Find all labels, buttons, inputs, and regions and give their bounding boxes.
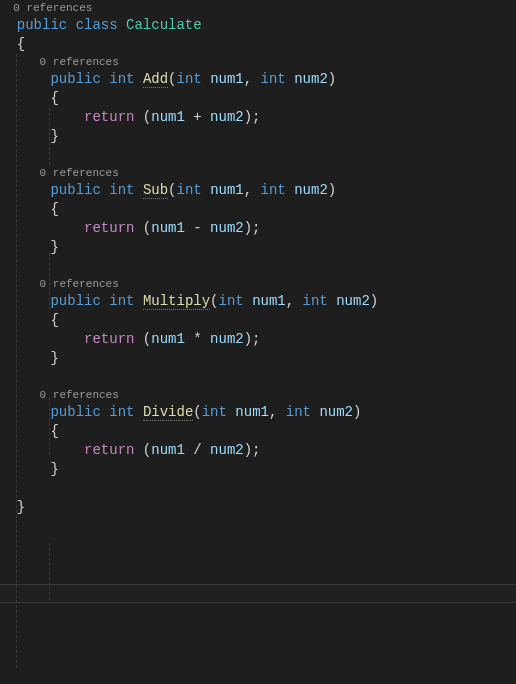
operator: / (193, 442, 201, 458)
operator: + (193, 109, 201, 125)
blank-line[interactable] (0, 257, 516, 276)
method-sub-open[interactable]: { (0, 200, 516, 219)
method-divide-return[interactable]: return (num1 / num2); (0, 441, 516, 460)
operator: - (193, 220, 201, 236)
method-sub-return[interactable]: return (num1 - num2); (0, 219, 516, 238)
method-name-multiply: Multiply (143, 293, 210, 310)
class-close-brace[interactable]: } (0, 498, 516, 517)
method-name-divide: Divide (143, 404, 193, 421)
class-open-brace[interactable]: { (0, 35, 516, 54)
codelens-text: 0 references (40, 389, 119, 401)
codelens-text: 0 references (40, 167, 119, 179)
method-divide-close[interactable]: } (0, 460, 516, 479)
codelens-text: 0 references (13, 2, 92, 14)
class-name: Calculate (126, 17, 202, 33)
method-name-sub: Sub (143, 182, 168, 199)
method-multiply-close[interactable]: } (0, 349, 516, 368)
blank-line[interactable] (0, 479, 516, 498)
method-add-close[interactable]: } (0, 127, 516, 146)
keyword-public: public (17, 17, 67, 33)
method-add-return[interactable]: return (num1 + num2); (0, 108, 516, 127)
brace: { (17, 36, 25, 52)
codelens-multiply[interactable]: 0 references (0, 276, 516, 292)
method-multiply-return[interactable]: return (num1 * num2); (0, 330, 516, 349)
method-divide-signature[interactable]: public int Divide(int num1, int num2) (0, 403, 516, 422)
class-declaration[interactable]: public class Calculate (0, 16, 516, 35)
blank-line[interactable] (0, 146, 516, 165)
codelens-sub[interactable]: 0 references (0, 165, 516, 181)
operator: * (193, 331, 201, 347)
codelens-class[interactable]: 0 references (0, 0, 516, 16)
method-add-open[interactable]: { (0, 89, 516, 108)
method-name-add: Add (143, 71, 168, 88)
brace: } (17, 499, 25, 515)
blank-line[interactable] (0, 368, 516, 387)
method-sub-signature[interactable]: public int Sub(int num1, int num2) (0, 181, 516, 200)
method-multiply-open[interactable]: { (0, 311, 516, 330)
method-divide-open[interactable]: { (0, 422, 516, 441)
codelens-divide[interactable]: 0 references (0, 387, 516, 403)
codelens-text: 0 references (40, 56, 119, 68)
method-add-signature[interactable]: public int Add(int num1, int num2) (0, 70, 516, 89)
current-line-highlight (0, 584, 516, 603)
code-editor[interactable]: 0 references public class Calculate { 0 … (0, 0, 516, 517)
codelens-add[interactable]: 0 references (0, 54, 516, 70)
method-sub-close[interactable]: } (0, 238, 516, 257)
codelens-text: 0 references (40, 278, 119, 290)
keyword-class: class (76, 17, 118, 33)
method-multiply-signature[interactable]: public int Multiply(int num1, int num2) (0, 292, 516, 311)
